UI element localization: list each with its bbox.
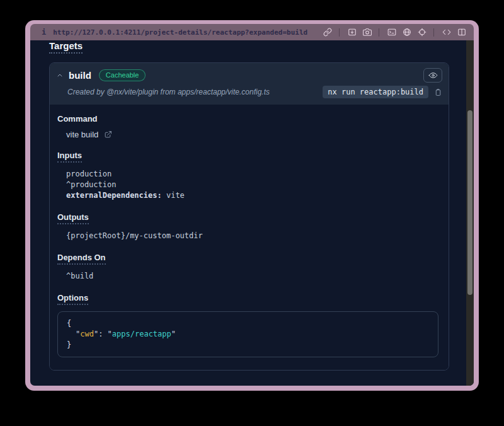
input-item: externalDependencies: vite — [66, 190, 438, 201]
import-button[interactable] — [345, 26, 359, 38]
link-icon — [323, 28, 332, 37]
options-code-block: { "cwd": "apps/reactapp" } — [57, 311, 438, 357]
code-icon — [442, 28, 451, 37]
camera-icon — [363, 28, 372, 37]
browser-titlebar: i http://127.0.0.1:4211/project-details/… — [30, 24, 474, 40]
terminal-icon — [387, 28, 396, 37]
depends-on-label[interactable]: Depends On — [57, 253, 106, 265]
input-item: ^production — [66, 180, 438, 190]
command-label: Command — [57, 114, 98, 124]
code-line: "cwd": "apps/reactapp" — [67, 329, 429, 340]
screenshot-button[interactable] — [360, 26, 374, 38]
crosshair-icon — [418, 28, 427, 37]
open-in-browser-button[interactable] — [400, 26, 414, 38]
command-value: vite build — [66, 130, 98, 139]
split-view-button[interactable] — [455, 26, 469, 38]
view-source-button[interactable] — [440, 26, 454, 38]
titlebar-divider — [339, 28, 340, 37]
open-link-button[interactable] — [321, 26, 335, 38]
download-box-icon — [348, 28, 357, 37]
info-icon: i — [42, 28, 46, 37]
browser-window: i http://127.0.0.1:4211/project-details/… — [25, 20, 479, 391]
build-eye-button[interactable] — [423, 68, 442, 83]
devtools-button[interactable] — [385, 26, 399, 38]
chevron-up-icon — [56, 72, 64, 79]
build-card-body: Command vite build Inputs production ^pr… — [50, 105, 449, 370]
focus-button[interactable] — [415, 26, 429, 38]
inputs-label[interactable]: Inputs — [57, 151, 82, 163]
build-header-row[interactable]: build Cacheable — [56, 68, 442, 83]
cacheable-badge: Cacheable — [99, 69, 146, 81]
output-item: {projectRoot}/my-custom-outdir — [66, 231, 438, 241]
input-item: production — [66, 169, 438, 180]
scrollbar-track[interactable] — [466, 40, 474, 386]
titlebar-divider — [433, 28, 434, 37]
run-command-chip: nx run reactapp:build — [323, 86, 428, 98]
code-line: { — [67, 318, 429, 329]
depends-on-list: ^build — [66, 271, 438, 282]
target-card-build: build Cacheable Created by @nx/vite/plug… — [49, 62, 449, 371]
build-card-header: build Cacheable Created by @nx/vite/plug… — [50, 63, 449, 105]
outputs-label[interactable]: Outputs — [57, 212, 89, 224]
build-header-subrow: Created by @nx/vite/plugin from apps/rea… — [56, 86, 442, 98]
globe-icon — [403, 28, 411, 37]
copy-command-button[interactable] — [434, 88, 442, 97]
eye-icon — [428, 71, 438, 80]
titlebar-divider — [379, 28, 379, 37]
split-panel-icon — [457, 28, 466, 37]
outputs-list: {projectRoot}/my-custom-outdir — [66, 231, 438, 241]
scrollbar-thumb[interactable] — [467, 110, 472, 295]
depends-on-item: ^build — [66, 271, 438, 282]
page-title[interactable]: Targets — [49, 40, 83, 54]
code-line: } — [67, 340, 429, 350]
command-value-row: vite build — [66, 130, 438, 139]
clipboard-icon — [434, 88, 442, 97]
external-link-icon — [104, 130, 112, 139]
url-text[interactable]: http://127.0.0.1:4211/project-details/re… — [53, 28, 307, 37]
created-by-text: Created by @nx/vite/plugin from apps/rea… — [67, 88, 270, 96]
target-name: build — [69, 70, 91, 81]
options-label[interactable]: Options — [57, 293, 88, 305]
page-content: Targets build Cacheable — [30, 40, 474, 386]
open-config-button[interactable] — [104, 130, 112, 139]
inputs-list: production ^production externalDependenc… — [66, 169, 438, 201]
